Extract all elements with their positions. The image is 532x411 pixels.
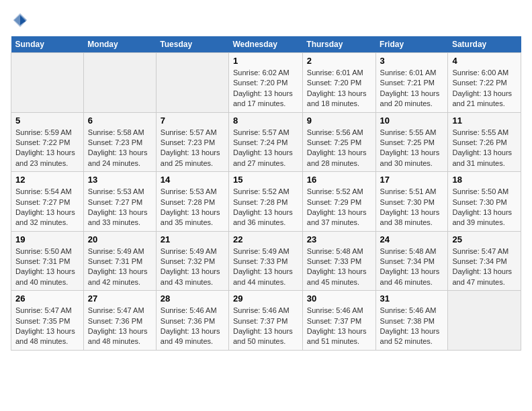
cell-content: Sunrise: 5:47 AMSunset: 7:34 PMDaylight:… xyxy=(452,246,517,288)
cell-content: Sunrise: 5:47 AMSunset: 7:36 PMDaylight:… xyxy=(88,306,152,347)
calendar-cell: 6Sunrise: 5:58 AMSunset: 7:23 PMDaylight… xyxy=(83,112,156,172)
day-number: 31 xyxy=(380,293,444,304)
calendar-cell: 21Sunrise: 5:49 AMSunset: 7:32 PMDayligh… xyxy=(156,231,228,291)
calendar-cell: 27Sunrise: 5:47 AMSunset: 7:36 PMDayligh… xyxy=(83,291,156,351)
day-number: 21 xyxy=(161,234,224,244)
calendar-cell: 7Sunrise: 5:57 AMSunset: 7:23 PMDaylight… xyxy=(156,112,228,172)
calendar-header-sunday: Sunday xyxy=(11,36,84,53)
calendar-cell: 19Sunrise: 5:50 AMSunset: 7:31 PMDayligh… xyxy=(11,231,84,291)
day-number: 5 xyxy=(15,116,79,126)
calendar-cell: 1Sunrise: 6:02 AMSunset: 7:20 PMDaylight… xyxy=(228,53,302,113)
cell-content: Sunrise: 5:47 AMSunset: 7:35 PMDaylight:… xyxy=(15,306,79,347)
calendar-cell xyxy=(156,53,228,113)
calendar-week-row: 26Sunrise: 5:47 AMSunset: 7:35 PMDayligh… xyxy=(11,291,521,351)
calendar-cell: 3Sunrise: 6:01 AMSunset: 7:21 PMDaylight… xyxy=(375,53,448,113)
day-number: 1 xyxy=(233,56,298,66)
cell-content: Sunrise: 5:53 AMSunset: 7:27 PMDaylight:… xyxy=(88,187,152,228)
calendar-cell: 25Sunrise: 5:47 AMSunset: 7:34 PMDayligh… xyxy=(448,231,521,291)
day-number: 17 xyxy=(380,175,444,185)
calendar-cell: 14Sunrise: 5:53 AMSunset: 7:28 PMDayligh… xyxy=(156,172,228,232)
calendar-cell: 18Sunrise: 5:50 AMSunset: 7:30 PMDayligh… xyxy=(448,172,521,232)
day-number: 26 xyxy=(15,293,79,304)
calendar-cell: 11Sunrise: 5:55 AMSunset: 7:26 PMDayligh… xyxy=(448,112,521,172)
cell-content: Sunrise: 5:57 AMSunset: 7:24 PMDaylight:… xyxy=(233,128,298,169)
day-number: 27 xyxy=(88,293,152,304)
logo xyxy=(11,11,32,30)
calendar-header-saturday: Saturday xyxy=(448,36,521,53)
calendar-cell: 20Sunrise: 5:49 AMSunset: 7:31 PMDayligh… xyxy=(83,231,156,291)
calendar-cell: 9Sunrise: 5:56 AMSunset: 7:25 PMDaylight… xyxy=(302,112,375,172)
calendar-week-row: 5Sunrise: 5:59 AMSunset: 7:22 PMDaylight… xyxy=(11,112,521,172)
calendar-week-row: 12Sunrise: 5:54 AMSunset: 7:27 PMDayligh… xyxy=(11,172,521,232)
day-number: 22 xyxy=(233,234,298,244)
cell-content: Sunrise: 5:46 AMSunset: 7:38 PMDaylight:… xyxy=(380,306,444,347)
calendar-cell xyxy=(11,53,84,113)
day-number: 13 xyxy=(88,175,152,185)
day-number: 4 xyxy=(452,56,517,66)
day-number: 16 xyxy=(307,175,371,185)
cell-content: Sunrise: 5:54 AMSunset: 7:27 PMDaylight:… xyxy=(15,187,79,228)
day-number: 10 xyxy=(380,116,444,126)
calendar-cell: 16Sunrise: 5:52 AMSunset: 7:29 PMDayligh… xyxy=(302,172,375,232)
calendar-header-wednesday: Wednesday xyxy=(228,36,302,53)
calendar-cell: 26Sunrise: 5:47 AMSunset: 7:35 PMDayligh… xyxy=(11,291,84,351)
cell-content: Sunrise: 6:00 AMSunset: 7:22 PMDaylight:… xyxy=(452,68,517,109)
cell-content: Sunrise: 5:53 AMSunset: 7:28 PMDaylight:… xyxy=(161,187,224,228)
calendar-cell: 23Sunrise: 5:48 AMSunset: 7:33 PMDayligh… xyxy=(302,231,375,291)
calendar-cell: 30Sunrise: 5:46 AMSunset: 7:37 PMDayligh… xyxy=(302,291,375,351)
day-number: 8 xyxy=(233,116,298,126)
day-number: 30 xyxy=(307,293,371,304)
day-number: 29 xyxy=(233,293,298,304)
cell-content: Sunrise: 5:46 AMSunset: 7:37 PMDaylight:… xyxy=(233,306,298,347)
day-number: 2 xyxy=(307,56,371,66)
logo-icon xyxy=(11,11,30,30)
calendar-header-tuesday: Tuesday xyxy=(156,36,228,53)
calendar-cell: 12Sunrise: 5:54 AMSunset: 7:27 PMDayligh… xyxy=(11,172,84,232)
calendar-header-thursday: Thursday xyxy=(302,36,375,53)
calendar-cell: 15Sunrise: 5:52 AMSunset: 7:28 PMDayligh… xyxy=(228,172,302,232)
calendar-week-row: 1Sunrise: 6:02 AMSunset: 7:20 PMDaylight… xyxy=(11,53,521,113)
day-number: 23 xyxy=(307,234,371,244)
cell-content: Sunrise: 5:48 AMSunset: 7:34 PMDaylight:… xyxy=(380,246,444,288)
cell-content: Sunrise: 5:55 AMSunset: 7:25 PMDaylight:… xyxy=(380,128,444,169)
cell-content: Sunrise: 5:49 AMSunset: 7:33 PMDaylight:… xyxy=(233,246,298,288)
day-number: 25 xyxy=(452,234,517,244)
calendar-cell xyxy=(83,53,156,113)
day-number: 24 xyxy=(380,234,444,244)
day-number: 28 xyxy=(161,293,224,304)
calendar-cell: 24Sunrise: 5:48 AMSunset: 7:34 PMDayligh… xyxy=(375,231,448,291)
calendar-cell: 4Sunrise: 6:00 AMSunset: 7:22 PMDaylight… xyxy=(448,53,521,113)
calendar-table: SundayMondayTuesdayWednesdayThursdayFrid… xyxy=(11,36,521,351)
cell-content: Sunrise: 5:50 AMSunset: 7:30 PMDaylight:… xyxy=(452,187,517,228)
day-number: 20 xyxy=(88,234,152,244)
day-number: 3 xyxy=(380,56,444,66)
cell-content: Sunrise: 5:46 AMSunset: 7:37 PMDaylight:… xyxy=(307,306,371,347)
cell-content: Sunrise: 5:49 AMSunset: 7:31 PMDaylight:… xyxy=(88,246,152,288)
calendar-header-monday: Monday xyxy=(83,36,156,53)
calendar-cell: 5Sunrise: 5:59 AMSunset: 7:22 PMDaylight… xyxy=(11,112,84,172)
calendar-header-friday: Friday xyxy=(375,36,448,53)
day-number: 6 xyxy=(88,116,152,126)
calendar-cell: 22Sunrise: 5:49 AMSunset: 7:33 PMDayligh… xyxy=(228,231,302,291)
day-number: 9 xyxy=(307,116,371,126)
cell-content: Sunrise: 5:50 AMSunset: 7:31 PMDaylight:… xyxy=(15,246,79,288)
day-number: 11 xyxy=(452,116,517,126)
calendar-body: 1Sunrise: 6:02 AMSunset: 7:20 PMDaylight… xyxy=(11,53,521,351)
calendar-cell: 29Sunrise: 5:46 AMSunset: 7:37 PMDayligh… xyxy=(228,291,302,351)
calendar-cell: 2Sunrise: 6:01 AMSunset: 7:20 PMDaylight… xyxy=(302,53,375,113)
cell-content: Sunrise: 5:52 AMSunset: 7:28 PMDaylight:… xyxy=(233,187,298,228)
page-header xyxy=(11,11,521,30)
calendar-cell: 17Sunrise: 5:51 AMSunset: 7:30 PMDayligh… xyxy=(375,172,448,232)
cell-content: Sunrise: 5:48 AMSunset: 7:33 PMDaylight:… xyxy=(307,246,371,288)
day-number: 15 xyxy=(233,175,298,185)
cell-content: Sunrise: 5:56 AMSunset: 7:25 PMDaylight:… xyxy=(307,128,371,169)
cell-content: Sunrise: 5:57 AMSunset: 7:23 PMDaylight:… xyxy=(161,128,224,169)
calendar-cell: 10Sunrise: 5:55 AMSunset: 7:25 PMDayligh… xyxy=(375,112,448,172)
calendar-week-row: 19Sunrise: 5:50 AMSunset: 7:31 PMDayligh… xyxy=(11,231,521,291)
cell-content: Sunrise: 5:55 AMSunset: 7:26 PMDaylight:… xyxy=(452,128,517,169)
cell-content: Sunrise: 5:46 AMSunset: 7:36 PMDaylight:… xyxy=(161,306,224,347)
cell-content: Sunrise: 5:58 AMSunset: 7:23 PMDaylight:… xyxy=(88,128,152,169)
day-number: 19 xyxy=(15,234,79,244)
cell-content: Sunrise: 5:51 AMSunset: 7:30 PMDaylight:… xyxy=(380,187,444,228)
cell-content: Sunrise: 6:01 AMSunset: 7:20 PMDaylight:… xyxy=(307,68,371,109)
